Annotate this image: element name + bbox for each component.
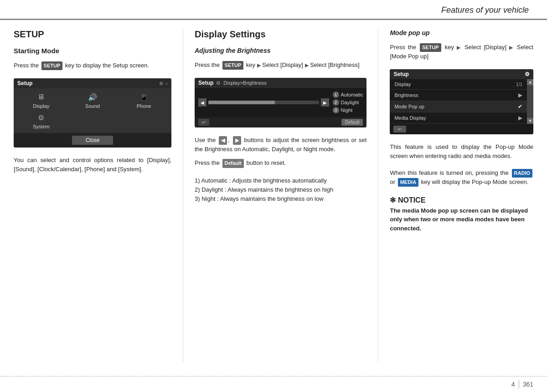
key-will-text: key will display the Pop-up Mode screen. — [421, 178, 529, 185]
mid-column: Display Settings Adjusting the Brightnes… — [195, 29, 366, 362]
system-icon: ⚙ — [35, 112, 47, 122]
display-settings-title: Display Settings — [195, 29, 366, 40]
close-bar: Close — [14, 133, 171, 148]
when-text: When this feature is turned on, pressing… — [390, 169, 508, 176]
page-divider — [519, 380, 519, 388]
arrow-right-2: ▶ — [509, 45, 514, 50]
mode-rows-container: Display 1/1 Brightness ▶ Mode Pop up ✔ — [390, 79, 527, 124]
slider-decrease-button[interactable]: ◀ — [198, 98, 206, 107]
btn-left-badge: ◀ — [219, 136, 227, 145]
close-button[interactable]: Close — [72, 136, 114, 145]
brightness-arrow-icon: ▶ — [518, 92, 522, 98]
setup-screen-left: Setup ⚙ ○ 🖥 Display 🔊 Sound 📱 Phone — [14, 78, 171, 148]
option-automatic-label: Automatic — [341, 92, 363, 97]
or-text: or — [390, 178, 395, 185]
mode-popup-feature-desc-1: This feature is used to display the Pop-… — [390, 143, 533, 161]
screen-title-left: Setup — [17, 80, 32, 87]
sound-label: Sound — [85, 103, 100, 109]
option-num-3: 3 — [333, 107, 339, 113]
mode-row-brightness-label: Brightness — [394, 92, 418, 98]
menu-grid: 🖥 Display 🔊 Sound 📱 Phone ⚙ System — [14, 88, 171, 133]
brightness-footer: ↩ Default — [195, 117, 366, 127]
media-display-arrow-icon: ▶ — [518, 115, 522, 121]
system-label: System — [33, 124, 50, 129]
mode-screen-scrollbar: ▲ ▼ — [527, 79, 533, 124]
divider-2 — [378, 29, 378, 362]
key-display-text: key to display the Setup screen. — [65, 62, 149, 69]
setup-badge-right: SETUP — [420, 43, 441, 52]
slider-track — [208, 101, 319, 104]
brightness-back-button[interactable]: ↩ — [198, 119, 209, 126]
notice-box: ✻ NOTICE The media Mode pop up screen ca… — [390, 196, 533, 233]
divider-1 — [183, 29, 183, 362]
select-display-mid: Select [Display] — [262, 61, 303, 68]
use-text: Use the — [195, 137, 216, 143]
scroll-down-button[interactable]: ▼ — [527, 118, 533, 124]
option-night: 3 Night — [333, 107, 363, 113]
mode-row-display-label: Display — [394, 81, 411, 87]
press-default-desc: Press the Default button to reset. — [195, 158, 366, 168]
mode-screen-icons: ⚙ — [525, 71, 530, 77]
press-text-right: Press the — [390, 44, 416, 51]
screen-header-left: Setup ⚙ ○ — [14, 78, 171, 88]
phone-label: Phone — [137, 103, 151, 109]
setup-section-title: SETUP — [14, 29, 171, 40]
mode-row-brightness[interactable]: Brightness ▶ — [390, 90, 527, 101]
option-daylight-label: Daylight — [341, 100, 359, 105]
option-num-2: 2 — [333, 99, 339, 106]
menu-item-display[interactable]: 🖥 Display — [17, 92, 65, 109]
press-default-text-2: button to reset. — [246, 159, 286, 166]
mode-screen-icon: ⚙ — [525, 71, 530, 77]
press-text-mid: Press the — [195, 61, 220, 68]
mode-screen-body: Display 1/1 Brightness ▶ Mode Pop up ✔ — [390, 79, 533, 124]
arrow-right-1: ▶ — [457, 45, 462, 50]
press-text: Press the — [14, 62, 39, 69]
key-text-right: key — [445, 44, 454, 51]
scroll-up-button[interactable]: ▲ — [527, 79, 533, 85]
notice-text: The media Mode pop up screen can be disp… — [390, 206, 533, 233]
main-content: SETUP Starting Mode Press the SETUP key … — [0, 20, 547, 367]
starting-mode-desc: Press the SETUP key to display the Setup… — [14, 61, 171, 70]
menu-item-sound[interactable]: 🔊 Sound — [69, 92, 117, 109]
key-text-mid: key — [246, 61, 255, 68]
press-default-text: Press the — [195, 159, 220, 166]
mode-check-icon: ✔ — [518, 103, 522, 110]
mode-popup-title: Mode pop up — [390, 29, 533, 36]
brightness-screen-header: Setup ⚙ Display>Brightness — [195, 78, 366, 88]
brightness-setup-desc: Press the SETUP key ▶ Select [Display] ▶… — [195, 61, 366, 70]
wifi-icon: ⚙ — [159, 81, 163, 86]
menu-item-phone[interactable]: 📱 Phone — [120, 92, 168, 109]
notice-title: ✻ NOTICE — [390, 196, 533, 204]
signal-icon: ○ — [165, 81, 168, 86]
list-item-2: 2) Daylight : Always maintains the brigh… — [195, 185, 366, 194]
adjusting-brightness-title: Adjusting the Brightness — [195, 47, 366, 54]
select-control-desc: You can select and control options relat… — [14, 156, 171, 174]
use-buttons-desc: Use the ◀, ▶ buttons to adjust the scree… — [195, 136, 366, 154]
mode-row-media-display[interactable]: Media Display ▶ — [390, 112, 527, 124]
list-item-3: 3) Night : Always maintains the brightne… — [195, 194, 366, 204]
brightness-content: ◀ ▶ 1 Automatic 2 Daylight — [195, 88, 366, 117]
mode-row-mode-popup[interactable]: Mode Pop up ✔ — [390, 101, 527, 112]
select-brightness-mid: Select [Brightness] — [310, 61, 359, 68]
left-column: SETUP Starting Mode Press the SETUP key … — [14, 29, 171, 362]
page-info: 4 361 — [511, 380, 533, 388]
slider-increase-button[interactable]: ▶ — [321, 98, 329, 107]
radio-badge: RADIO — [512, 169, 532, 178]
menu-item-system[interactable]: ⚙ System — [17, 112, 65, 129]
brightness-options: 1 Automatic 2 Daylight 3 Night — [333, 92, 363, 113]
mode-row-display[interactable]: Display 1/1 — [390, 79, 527, 90]
screen-icons-left: ⚙ ○ — [159, 81, 168, 86]
page-number: 361 — [523, 381, 533, 388]
header-title: Features of your vehicle — [441, 5, 529, 15]
brightness-screen-title: Setup — [198, 80, 213, 86]
display-icon: 🖥 — [35, 92, 47, 102]
chapter-number: 4 — [511, 381, 515, 388]
mode-row-display-page: 1/1 — [516, 82, 522, 87]
mode-back-button[interactable]: ↩ — [393, 126, 406, 132]
footer: 4 361 — [0, 376, 547, 392]
arrow-mid-2: ▶ — [305, 62, 309, 68]
brightness-default-button[interactable]: Default — [341, 119, 363, 126]
starting-mode-title: Starting Mode — [14, 47, 171, 55]
default-badge: Default — [222, 159, 244, 168]
mode-footer: ↩ — [390, 124, 533, 134]
